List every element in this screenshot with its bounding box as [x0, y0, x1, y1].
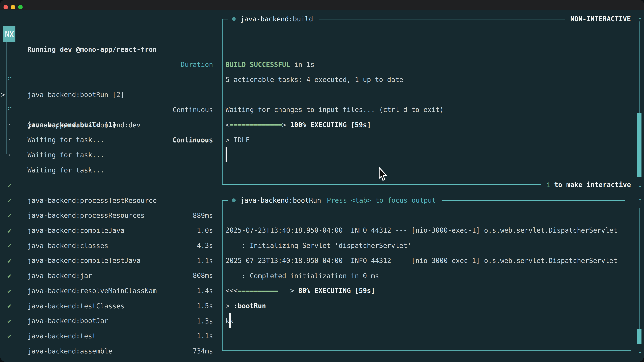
waiting-dot-icon: · — [8, 147, 12, 163]
non-interactive-badge: NON-INTERACTIVE — [570, 15, 631, 23]
prompt-marker: > — [226, 302, 234, 310]
focus-output-hint: Press <tab> to focus output — [327, 196, 436, 204]
task-row-bootrun[interactable]: ⠋ java-backend:bootRun [2] Continuous — [0, 57, 213, 72]
build-status: BUILD SUCCESSFUL — [226, 61, 290, 68]
bottom-panel-left-border — [222, 200, 223, 351]
task-row-frontend-dev[interactable]: ⠋ @mono-app/react-frontend:dev Continuou… — [0, 87, 213, 102]
check-icon: ✔ — [8, 329, 12, 344]
progress-label: 80% EXECUTING [59s] — [298, 287, 375, 295]
progress-fill: ============= — [230, 121, 282, 129]
panel-corner-line — [222, 200, 228, 201]
task-row-done[interactable]: ✔ java-backend:classes 1.1s — [0, 208, 213, 223]
build-time: in 1s — [290, 61, 314, 68]
panel-header-line — [319, 18, 564, 19]
task-row-waiting[interactable]: · Waiting for task... — [0, 117, 213, 132]
sidebar-footer: ←1/2→ quit:qhelp:? — [0, 344, 213, 359]
sidebar-header: Running dev @mono-app/react-fron Duratio… — [0, 27, 213, 42]
log-line: : Initializing Servlet 'dispatcherServle… — [226, 238, 412, 253]
idle-line: > IDLE — [226, 132, 250, 147]
progress-open: < — [226, 121, 230, 129]
task-row-done[interactable]: ✔ java-backend:assemble 774ms — [0, 313, 213, 329]
progress-fill: ========== — [238, 287, 278, 295]
top-panel-scrollbar-thumb[interactable] — [637, 113, 642, 177]
panel-footer-line — [222, 184, 541, 185]
gradle-task-prompt: > :bootRun — [226, 298, 266, 313]
task-row-waiting[interactable]: · Waiting for task... — [0, 102, 213, 117]
task-bullet-icon — [232, 17, 236, 21]
panel-footer-line — [222, 351, 631, 351]
panel-corner-line — [222, 18, 228, 19]
scroll-down-arrow-icon[interactable]: ↓ — [638, 347, 642, 355]
bottom-panel-scrollbar-thumb[interactable] — [637, 329, 642, 344]
task-row-waiting[interactable]: · Waiting for task... — [0, 132, 213, 147]
task-row-done[interactable]: ✔ java-backend:testClasses 1.3s — [0, 268, 213, 283]
progress-close: > — [282, 121, 286, 129]
task-name: Waiting for task... — [28, 147, 104, 162]
scroll-down-arrow-icon[interactable]: ↓ — [638, 181, 642, 189]
top-panel-footer: i to make interactive ↓ — [222, 177, 644, 192]
log-line: 2025-07-23T13:40:18.950-04:00 INFO 44312… — [226, 253, 617, 268]
pagination: ←1/2→ — [8, 359, 36, 362]
task-row-done[interactable]: ✔ java-backend:compileTestJava 808ms — [0, 223, 213, 238]
close-button[interactable] — [4, 5, 8, 9]
bottom-panel-footer: ↓ — [222, 343, 644, 358]
task-name: java-backend:test — [28, 329, 96, 344]
prompt-command: :bootRun — [234, 302, 266, 310]
bottom-panel-header: java-backend:bootRun Press <tab> to focu… — [222, 193, 644, 208]
scroll-up-arrow-icon[interactable]: ↑ — [638, 15, 642, 23]
sidebar-title: Running dev @mono-app/react-fron — [28, 42, 157, 57]
terminal-cursor — [226, 147, 227, 162]
task-row-done[interactable]: ✔ java-backend:bootJar 1.1s — [0, 283, 213, 298]
task-row-done[interactable]: ✔ java-backend:jar 1.4s — [0, 238, 213, 253]
bottom-panel-scrollbar-track[interactable] — [639, 208, 640, 329]
window-titlebar[interactable] — [0, 0, 644, 10]
interactive-key[interactable]: i — [546, 181, 550, 189]
task-row-done[interactable]: ✔ java-backend:processResources 1.0s — [0, 178, 213, 193]
build-summary-line: 5 actionable tasks: 4 executed, 1 up-to-… — [226, 72, 403, 87]
panel-header-line — [442, 200, 625, 201]
minimize-button[interactable] — [11, 5, 15, 9]
gradle-progress-bar: <<<==========--->80% EXECUTING [59s] — [226, 283, 375, 298]
gradle-progress-bar: <=============>100% EXECUTING [59s] — [226, 117, 371, 132]
task-row-build-selected[interactable]: > ⠋ java-backend:build [1] Continuous — [0, 72, 213, 87]
build-result-line: BUILD SUCCESSFUL in 1s — [226, 57, 314, 72]
progress-dashes: ---> — [278, 287, 294, 295]
top-panel-title: java-backend:build — [240, 15, 313, 23]
log-line: : Completed initialization in 0 ms — [226, 268, 379, 283]
task-row-done[interactable]: ✔ java-backend:compileJava 4.3s — [0, 193, 213, 208]
screen: NX Running dev @mono-app/react-fron Dura… — [0, 0, 644, 362]
progress-open: <<< — [226, 287, 238, 295]
task-row-done[interactable]: ✔ java-backend:test 734ms — [0, 298, 213, 313]
terminal-window: NX Running dev @mono-app/react-fron Dura… — [0, 0, 644, 362]
task-row-done[interactable]: ✔ java-backend:processTestResource 889ms — [0, 163, 213, 178]
log-line: 2025-07-23T13:40:18.950-04:00 INFO 44312… — [226, 223, 617, 238]
interactive-hint-label: to make interactive — [554, 181, 631, 189]
mouse-cursor-icon — [378, 167, 389, 182]
task-duration: 1.1s — [197, 328, 213, 344]
terminal-cursor — [229, 313, 231, 328]
top-panel-header: java-backend:build NON-INTERACTIVE ↑ — [222, 11, 644, 26]
top-panel-scrollbar-track[interactable] — [639, 21, 640, 113]
top-panel-left-border — [222, 19, 223, 185]
progress-label: 100% EXECUTING [59s] — [290, 121, 371, 129]
scroll-up-arrow-icon[interactable]: ↑ — [638, 196, 642, 204]
task-bullet-icon — [232, 198, 236, 202]
bottom-panel-title: java-backend:bootRun — [240, 196, 321, 204]
waiting-line: Waiting for changes to input files... (c… — [226, 102, 444, 117]
task-row-done[interactable]: ✔ java-backend:resolveMainClassNam 1.5s — [0, 253, 213, 268]
maximize-button[interactable] — [18, 5, 23, 9]
task-duration: 774ms — [193, 359, 213, 362]
